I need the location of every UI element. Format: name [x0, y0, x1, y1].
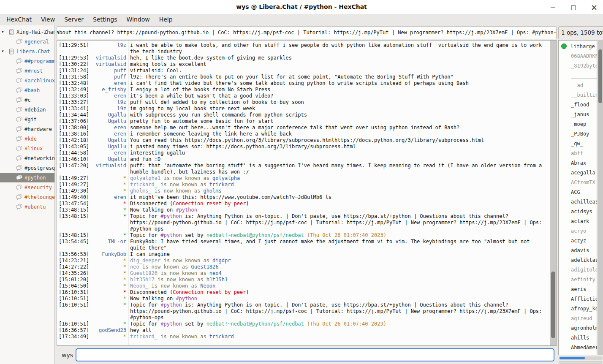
minimize-button[interactable]: −: [548, 3, 557, 11]
text-caret: [80, 352, 80, 359]
menu-settings[interactable]: Settings: [88, 14, 122, 25]
sidebar-item-networking[interactable]: #networking: [0, 153, 54, 163]
sidebar-item-kde[interactable]: #kde: [0, 134, 54, 144]
menu-view[interactable]: View: [36, 14, 60, 25]
chat-scrollbar[interactable]: [550, 41, 556, 345]
user-list-item[interactable]: aefinity: [559, 274, 597, 284]
user-list-item[interactable]: aclark: [559, 216, 597, 226]
sidebar-item-ubuntu[interactable]: #ubuntu: [0, 202, 54, 212]
message-text: interesting ugallu: [126, 150, 550, 156]
sidebar-item-postgresql[interactable]: #postgresql: [0, 163, 54, 173]
user-list-item[interactable]: adeliktas: [559, 255, 597, 265]
user-list-item[interactable]: __builtin: [559, 90, 597, 100]
channel-icon: [16, 165, 22, 171]
user-list-item[interactable]: adavis: [559, 245, 597, 255]
user-list-item[interactable]: __ad: [559, 80, 597, 90]
user-name: aczyz: [571, 238, 586, 244]
user-list-item[interactable]: Abrax: [559, 158, 597, 168]
menu-window[interactable]: Window: [122, 14, 154, 25]
user-list-item[interactable]: acryo: [559, 226, 597, 236]
channel-label: #hardware: [24, 126, 52, 132]
chat-message: [13:47:54]*Disconnected (Connection rese…: [57, 201, 550, 207]
user-list-item[interactable]: ACG: [559, 187, 597, 197]
sidebar-item-archlinux[interactable]: #archlinux: [0, 76, 54, 85]
user-list-item[interactable]: acegalla-: [559, 168, 597, 177]
user-list-item[interactable]: 068AADRKN: [559, 51, 597, 61]
sidebar-item-debian[interactable]: #debian: [0, 105, 54, 114]
timestamp: [11:29:51]: [57, 42, 88, 55]
timestamp: [11:32:48]: [57, 80, 88, 87]
user-name: agireud: [571, 315, 592, 321]
server-icon: [8, 49, 14, 54]
nick: eren: [88, 125, 126, 131]
menubar: HexChatViewServerSettingsWindowHelp: [0, 14, 603, 25]
userlist-hscrollbar[interactable]: [559, 356, 603, 360]
timestamp: [11:33:27]: [57, 99, 88, 106]
user-name: aeris: [571, 286, 586, 292]
menu-hexchat[interactable]: HexChat: [2, 14, 36, 25]
sidebar-item-git[interactable]: #git: [0, 114, 54, 124]
close-button[interactable]: ×: [589, 3, 599, 12]
chat-message: [13:48:15]*Topic for #python set by nedb…: [57, 232, 550, 239]
sidebar-item-rust[interactable]: ##rust: [0, 66, 54, 76]
channel-icon: [16, 136, 22, 142]
user-list-item[interactable]: agireud: [559, 313, 597, 323]
user-list-item[interactable]: _janus: [559, 109, 597, 119]
maximize-button[interactable]: □: [569, 4, 578, 11]
sidebar-item-c[interactable]: #c: [0, 95, 54, 105]
user-list-item[interactable]: aczyz: [559, 236, 597, 245]
sidebar-item-python[interactable]: #python: [0, 173, 54, 182]
message-input[interactable]: [76, 348, 554, 361]
topic-bar[interactable]: about this channel? https://pound-python…: [57, 26, 557, 39]
user-list-item[interactable]: _PJBoy: [559, 129, 597, 139]
userlist-scrollbar[interactable]: [598, 40, 603, 355]
message-text: neo is now known as Guest1826: [126, 264, 550, 270]
user-list-item[interactable]: ahills: [559, 333, 597, 342]
user-list-item[interactable]: _qw_: [559, 139, 597, 148]
sidebar-item-thelounge[interactable]: #thelounge: [0, 192, 54, 202]
message-text: i want be able to make tools, and other …: [126, 42, 550, 55]
message-text: gholms_ is now known as gholms: [126, 188, 550, 194]
user-list-item[interactable]: acidsys: [559, 206, 597, 216]
sidebar-item-security[interactable]: #security: [0, 182, 54, 192]
nick: *: [88, 188, 126, 194]
user-list-item[interactable]: _8192byte: [559, 61, 597, 71]
user-list-item[interactable]: agronholm: [559, 323, 597, 333]
user-list-item[interactable]: _________: [559, 71, 597, 80]
channel-icon: [16, 97, 22, 103]
sidebar-item-programming[interactable]: ##programming: [0, 56, 54, 66]
user-list-item[interactable]: _moep_: [559, 119, 597, 129]
chat-message: [11:37:06]Ugallupretty fun to automate s…: [57, 118, 550, 125]
chat-scrollbar-thumb[interactable]: [551, 272, 555, 338]
sidebar-item-linux[interactable]: #linux: [0, 144, 54, 153]
user-list-item[interactable]: AhmedAmer: [559, 342, 597, 352]
expander-icon[interactable]: ▼: [2, 49, 8, 53]
user-list-item[interactable]: abff: [559, 148, 597, 158]
chat-message: [14:27:22]*neo is now known as Guest1826: [57, 264, 550, 270]
user-list-item[interactable]: ACfromTX: [559, 177, 597, 187]
user-list-item[interactable]: Afflictio: [559, 294, 597, 304]
user-list-item[interactable]: _flood: [559, 100, 597, 109]
userlist-hscrollbar-thumb[interactable]: [560, 357, 585, 359]
chat-message: [13:54:45]TML-orFunkyBob: I have tried s…: [57, 239, 550, 251]
op-status-icon: [561, 43, 567, 49]
user-list-item[interactable]: afropy_ke: [559, 304, 597, 313]
expander-icon[interactable]: ▼: [2, 30, 8, 34]
user-list-item[interactable]: litharge: [559, 41, 597, 51]
sidebar-item-server-libera.chat[interactable]: ▼Libera.Chat: [0, 46, 54, 56]
menu-help[interactable]: Help: [155, 14, 177, 25]
sidebar-item-server-xing-hai-zhan[interactable]: ▼Xing-Hai-Zhan: [0, 27, 54, 37]
message-text: it's been a while but wasn't that a good…: [126, 93, 550, 99]
user-list-item[interactable]: achilleas: [559, 197, 597, 206]
nick: Ugallu: [88, 144, 126, 150]
user-list-item[interactable]: adigitole: [559, 265, 597, 274]
user-name: acidsys: [571, 209, 592, 215]
menu-server[interactable]: Server: [60, 14, 88, 25]
user-list-item[interactable]: aeris: [559, 284, 597, 294]
timestamp: [11:31:24]: [57, 68, 88, 74]
sidebar-item-general[interactable]: #general: [0, 37, 54, 46]
sidebar-item-bash[interactable]: #bash: [0, 85, 54, 95]
message-text: Now talking on #python: [126, 296, 550, 302]
sidebar-item-hardware[interactable]: #hardware: [0, 124, 54, 134]
userlist-scrollbar-thumb[interactable]: [598, 49, 602, 103]
